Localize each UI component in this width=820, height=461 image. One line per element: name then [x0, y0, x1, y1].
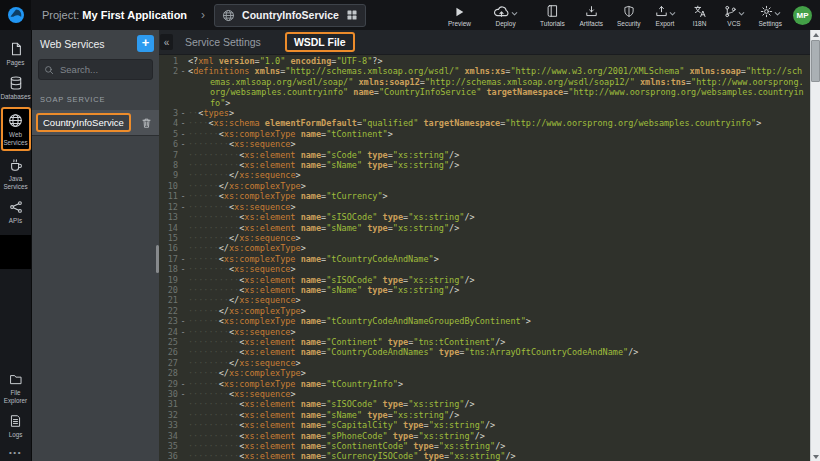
- code-line-content[interactable]: ····<xs:schema elementFormDefault="quali…: [188, 118, 820, 128]
- code-line-content[interactable]: ··········<xs:element name="Continent" t…: [188, 337, 820, 347]
- topbar-button-artifacts[interactable]: Artifacts: [580, 4, 603, 27]
- code-line-content[interactable]: ··<types>: [188, 108, 820, 118]
- code-line-content[interactable]: ··········<xs:element name="sName" type=…: [188, 410, 820, 420]
- fold-marker[interactable]: -: [178, 118, 188, 128]
- line-number: 10: [159, 181, 178, 191]
- soap-service-section-label: SOAP SERVICE: [32, 86, 159, 110]
- line-number: 15: [159, 233, 178, 243]
- app-logo[interactable]: [0, 0, 31, 30]
- tab-wsdl-file[interactable]: WSDL File: [285, 32, 355, 52]
- code-line-content[interactable]: ········<xs:sequence>: [188, 327, 820, 337]
- code-line-content[interactable]: ········</xs:sequence>: [188, 170, 820, 180]
- code-line: 32··········<xs:element name="sName" typ…: [159, 410, 820, 420]
- code-line: 34··········<xs:element name="sPhoneCode…: [159, 431, 820, 441]
- line-number: 8: [159, 160, 178, 170]
- add-service-button[interactable]: +: [137, 35, 154, 52]
- code-line-content[interactable]: ······<xs:complexType name="tCurrency">: [188, 191, 820, 201]
- topbar-button-label: Security: [617, 20, 640, 27]
- topbar-button-tutorials[interactable]: Tutorials: [540, 4, 565, 27]
- export-icon: [655, 5, 668, 18]
- code-line-content[interactable]: ··········<xs:element name="CountryCodeA…: [188, 347, 820, 357]
- code-line-content[interactable]: ··········<xs:element name="sCurrencyISO…: [188, 451, 820, 461]
- code-line: 13··········<xs:element name="sISOCode" …: [159, 212, 820, 222]
- wsdl-code-editor[interactable]: 1<?xml version="1.0" encoding="UTF-8"?>2…: [159, 54, 820, 461]
- topbar-button-i18n[interactable]: I18N: [690, 4, 710, 27]
- search-input[interactable]: [58, 63, 147, 76]
- scroll-up-button[interactable]: [813, 30, 819, 39]
- code-line-content[interactable]: ········<xs:sequence>: [188, 202, 820, 212]
- rail-item-apis[interactable]: APIs: [0, 195, 31, 229]
- service-name[interactable]: CountryInfoService: [36, 113, 131, 132]
- code-line-content[interactable]: <?xml version="1.0" encoding="UTF-8"?>: [188, 56, 820, 66]
- grid-icon[interactable]: [346, 9, 358, 21]
- scrollbar-thumb[interactable]: [811, 40, 820, 82]
- code-line-content[interactable]: ········<xs:sequence>: [188, 139, 820, 149]
- scroll-down-button[interactable]: [813, 452, 819, 461]
- code-line: 29-······<xs:complexType name="tCountryI…: [159, 379, 820, 389]
- line-number: 34: [159, 431, 178, 441]
- topbar-button-label: Artifacts: [580, 20, 603, 27]
- trash-icon[interactable]: [141, 117, 152, 129]
- code-line-content[interactable]: ········<xs:sequence>: [188, 264, 820, 274]
- rail-item-pages[interactable]: Pages: [0, 37, 31, 71]
- fold-marker[interactable]: -: [178, 108, 188, 118]
- top-bar: Project: My First Application › CountryI…: [0, 0, 820, 30]
- code-line-content[interactable]: ··········<xs:element name="sPhoneCode" …: [188, 431, 820, 441]
- fold-marker[interactable]: -: [178, 254, 188, 264]
- fold-marker[interactable]: -: [178, 139, 188, 149]
- code-line-content[interactable]: ······</xs:complexType>: [188, 368, 820, 378]
- fold-marker[interactable]: -: [178, 202, 188, 212]
- topbar-button-settings[interactable]: Settings: [759, 4, 783, 27]
- fold-marker[interactable]: -: [178, 264, 188, 274]
- fold-marker[interactable]: -: [178, 191, 188, 201]
- rail-more-button[interactable]: •••: [9, 443, 22, 461]
- rail-item-java-services[interactable]: Java Services: [0, 153, 31, 195]
- fold-marker[interactable]: -: [178, 379, 188, 389]
- fold-marker[interactable]: -: [178, 66, 188, 76]
- code-line-content[interactable]: ········</xs:sequence>: [188, 358, 820, 368]
- fold-marker[interactable]: -: [178, 316, 188, 326]
- editor-scrollbar[interactable]: [810, 30, 820, 461]
- rail-item-logs[interactable]: Logs: [0, 409, 31, 443]
- code-line-content[interactable]: ······<xs:complexType name="tCountryInfo…: [188, 379, 820, 389]
- code-line-content[interactable]: ··········<xs:element name="sCode" type=…: [188, 150, 820, 160]
- code-line-content[interactable]: ······</xs:complexType>: [188, 306, 820, 316]
- fold-marker[interactable]: -: [178, 327, 188, 337]
- service-tab-title: CountryInfoService: [242, 9, 339, 21]
- rail-item-databases[interactable]: Databases: [0, 71, 31, 105]
- code-line: 6-········<xs:sequence>: [159, 139, 820, 149]
- open-service-tab[interactable]: CountryInfoService: [214, 4, 366, 27]
- fold-marker[interactable]: -: [178, 389, 188, 399]
- code-line-content[interactable]: ······</xs:complexType>: [188, 243, 820, 253]
- topbar-button-security[interactable]: Security: [617, 4, 640, 27]
- code-line-content[interactable]: ······</xs:complexType>: [188, 181, 820, 191]
- code-line-content[interactable]: ··········<xs:element name="sContinentCo…: [188, 441, 820, 451]
- code-line-content[interactable]: ········<xs:sequence>: [188, 389, 820, 399]
- code-line-content[interactable]: ··········<xs:element name="sName" type=…: [188, 160, 820, 170]
- collapse-panel-button[interactable]: «: [160, 34, 173, 50]
- fold-marker[interactable]: -: [178, 129, 188, 139]
- topbar-button-vcs[interactable]: VCS: [724, 4, 745, 27]
- tab-service-settings[interactable]: Service Settings: [185, 36, 261, 48]
- code-line-content[interactable]: <definitions xmlns="http://schemas.xmlso…: [188, 66, 820, 108]
- topbar-button-deploy[interactable]: Deploy: [493, 4, 518, 27]
- service-list-item[interactable]: CountryInfoService: [32, 110, 159, 136]
- code-line-content[interactable]: ··········<xs:element name="sISOCode" ty…: [188, 399, 820, 409]
- rail-item-web-services[interactable]: Web Services: [1, 107, 31, 152]
- code-line-content[interactable]: ······<xs:complexType name="tCountryCode…: [188, 254, 820, 264]
- code-line-content[interactable]: ········</xs:sequence>: [188, 233, 820, 243]
- user-avatar[interactable]: MP: [793, 6, 812, 25]
- panel-scrollbar-thumb[interactable]: [156, 245, 159, 273]
- code-line-content[interactable]: ··········<xs:element name="sName" type=…: [188, 223, 820, 233]
- code-line-content[interactable]: ··········<xs:element name="sISOCode" ty…: [188, 212, 820, 222]
- project-name: My First Application: [82, 9, 187, 21]
- code-line-content[interactable]: ··········<xs:element name="sName" type=…: [188, 285, 820, 295]
- code-line-content[interactable]: ······<xs:complexType name="tCountryCode…: [188, 316, 820, 326]
- code-line-content[interactable]: ··········<xs:element name="sCapitalCity…: [188, 420, 820, 430]
- topbar-button-preview[interactable]: Preview: [448, 4, 471, 27]
- topbar-button-export[interactable]: Export: [655, 4, 676, 27]
- rail-item-file-explorer[interactable]: File Explorer: [0, 368, 31, 409]
- code-line-content[interactable]: ··········<xs:element name="sISOCode" ty…: [188, 275, 820, 285]
- code-line-content[interactable]: ········</xs:sequence>: [188, 295, 820, 305]
- code-line-content[interactable]: ······<xs:complexType name="tContinent">: [188, 129, 820, 139]
